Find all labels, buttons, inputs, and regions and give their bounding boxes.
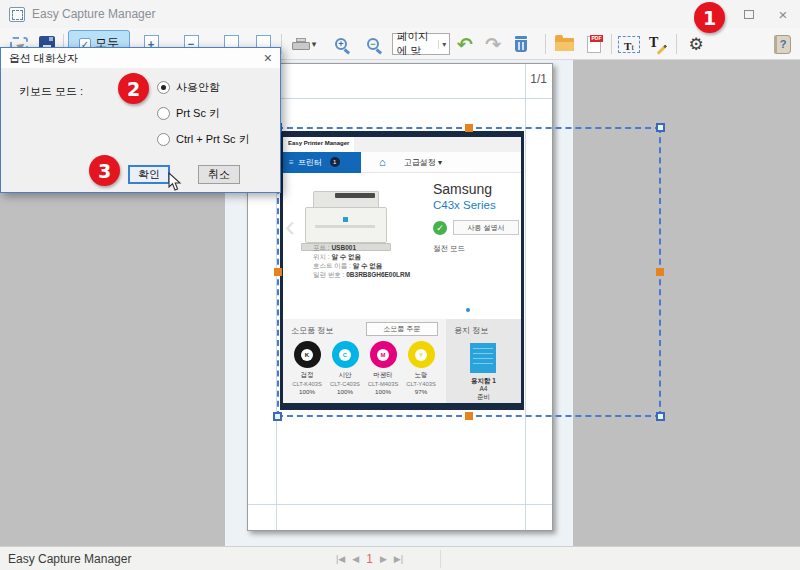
fit-select[interactable]: 페이지에 맞 ▾: [392, 33, 450, 55]
text-edit-icon: T: [648, 35, 668, 53]
undo-button[interactable]: ↶: [452, 31, 478, 57]
options-dialog: 옵션 대화상자 × 키보드 모드 : 사용안함 Prt Sc 키 Ctrl + …: [0, 47, 281, 193]
app-window: Easy Capture Manager × ✓ 모두 + − ⚙ ▾ + − …: [0, 0, 800, 570]
gear-icon: ⚙: [688, 36, 703, 53]
toolbar-separator: [611, 34, 612, 54]
print-button[interactable]: ▾: [286, 31, 322, 57]
export-pdf-button[interactable]: PDF: [581, 31, 607, 57]
annotation-badge-3: 3: [89, 155, 120, 186]
toolbar-separator: [281, 34, 282, 54]
margin-guide-top: [248, 98, 552, 99]
statusbar: Easy Capture Manager |◀ ◀ 1 ▶ ▶|: [0, 546, 800, 570]
titlebar: Easy Capture Manager ×: [0, 0, 800, 28]
page-navigation: |◀ ◀ 1 ▶ ▶|: [336, 547, 403, 570]
trash-icon: [514, 36, 528, 52]
cancel-button[interactable]: 취소: [198, 165, 240, 184]
help-button[interactable]: ?: [769, 31, 795, 57]
printer-icon: [292, 38, 310, 51]
first-page-button[interactable]: |◀: [336, 554, 345, 564]
radio-label: 사용안함: [176, 80, 220, 95]
zoom-out-icon: −: [367, 38, 379, 50]
zoom-in-icon: +: [335, 38, 347, 50]
margin-guide-bottom: [248, 504, 552, 505]
radio-icon: [157, 81, 170, 94]
close-button[interactable]: ×: [766, 0, 800, 28]
undo-icon: ↶: [457, 35, 473, 54]
settings-button[interactable]: ⚙: [683, 31, 709, 57]
text-edit-button[interactable]: T: [645, 31, 671, 57]
chevron-down-icon: ▾: [438, 40, 449, 49]
radio-label: Ctrl + Prt Sc 키: [176, 132, 250, 147]
selection-handle-bottom-middle[interactable]: [465, 412, 473, 420]
selection-handle-left-middle[interactable]: [274, 268, 282, 276]
selection-handle-right-middle[interactable]: [656, 268, 664, 276]
dialog-titlebar: 옵션 대화상자 ×: [1, 48, 280, 68]
close-icon: ×: [779, 7, 788, 22]
statusbar-separator: [440, 550, 441, 568]
window-title: Easy Capture Manager: [32, 7, 155, 21]
help-icon: ?: [774, 35, 791, 54]
page-indicator: 1/1: [530, 72, 547, 86]
next-page-button[interactable]: ▶: [380, 554, 387, 564]
maximize-button[interactable]: [732, 0, 766, 28]
text-select-icon: Tt: [618, 36, 640, 53]
radio-icon: [157, 133, 170, 146]
radio-icon: [157, 107, 170, 120]
radio-label: Prt Sc 키: [176, 106, 220, 121]
toolbar-separator: [545, 34, 546, 54]
selection-handle-bottom-left[interactable]: [273, 412, 282, 421]
text-select-button[interactable]: Tt: [616, 31, 642, 57]
maximize-icon: [744, 10, 754, 19]
radio-option-prtsc[interactable]: Prt Sc 키: [157, 106, 220, 121]
selection-handle-top-middle[interactable]: [465, 124, 473, 132]
selection-handle-bottom-right[interactable]: [656, 412, 665, 421]
folder-icon: [555, 38, 574, 51]
app-icon: [9, 7, 25, 22]
redo-icon: ↷: [485, 35, 501, 54]
ok-button[interactable]: 확인: [128, 165, 170, 184]
keyboard-mode-label: 키보드 모드 :: [19, 84, 83, 99]
open-folder-button[interactable]: [551, 31, 577, 57]
toolbar-separator: [676, 34, 677, 54]
annotation-badge-2: 2: [118, 73, 149, 104]
pdf-icon: PDF: [587, 36, 601, 53]
status-text: Easy Capture Manager: [8, 552, 131, 566]
selection-handle-top-right[interactable]: [656, 123, 665, 132]
zoom-out-button[interactable]: −: [360, 31, 386, 57]
prev-page-button[interactable]: ◀: [352, 554, 359, 564]
window-controls: ×: [732, 0, 800, 28]
annotation-badge-1: 1: [694, 2, 725, 33]
radio-option-ctrl-prtsc[interactable]: Ctrl + Prt Sc 키: [157, 132, 250, 147]
fit-select-value: 페이지에 맞: [397, 30, 438, 58]
last-page-button[interactable]: ▶|: [394, 554, 403, 564]
zoom-in-button[interactable]: +: [328, 31, 354, 57]
dialog-close-button[interactable]: ×: [264, 51, 272, 65]
delete-button[interactable]: [508, 31, 534, 57]
current-page: 1: [366, 552, 373, 566]
printer-caret-icon: ▾: [312, 39, 317, 49]
redo-button[interactable]: ↷: [480, 31, 506, 57]
radio-option-disabled[interactable]: 사용안함: [157, 80, 220, 95]
dialog-title: 옵션 대화상자: [9, 51, 78, 66]
mouse-cursor: [168, 172, 182, 192]
selection-rectangle[interactable]: [277, 127, 661, 417]
